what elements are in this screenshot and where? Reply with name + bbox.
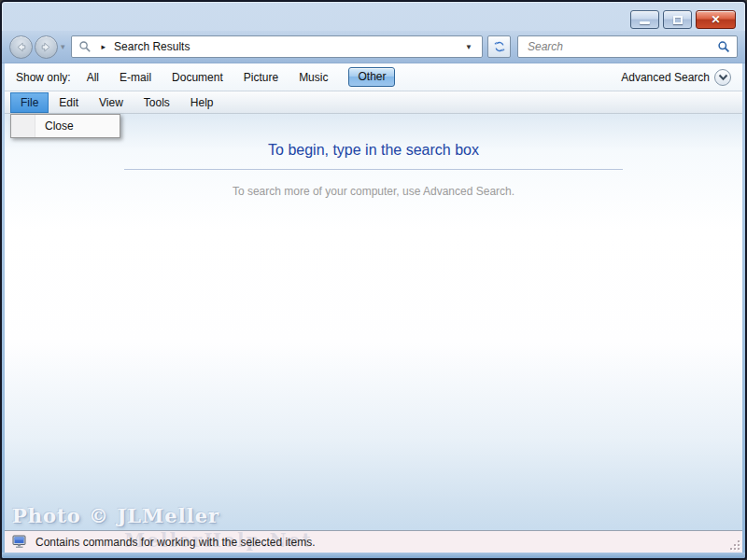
- filter-bar: Show only: All E-mail Document Picture M…: [5, 63, 742, 91]
- search-icon[interactable]: [717, 40, 731, 54]
- search-input[interactable]: [526, 39, 717, 54]
- forward-arrow-icon: [40, 41, 52, 53]
- search-location-icon: [78, 40, 92, 54]
- advanced-search-chevron-button[interactable]: [714, 69, 731, 86]
- address-bar[interactable]: ▸ Search Results ▼: [71, 35, 483, 58]
- navigation-bar: ▾ ▸ Search Results ▼: [2, 31, 745, 63]
- breadcrumb-arrow-icon: ▸: [102, 42, 106, 51]
- filter-document[interactable]: Document: [172, 71, 223, 84]
- filter-music[interactable]: Music: [299, 71, 328, 84]
- close-button[interactable]: ✕: [696, 10, 736, 29]
- show-only-label: Show only:: [16, 71, 71, 84]
- menu-item-close[interactable]: Close: [11, 115, 120, 137]
- menu-view[interactable]: View: [89, 92, 134, 113]
- refresh-button[interactable]: [487, 35, 511, 58]
- address-dropdown-icon[interactable]: ▼: [459, 43, 478, 51]
- window-controls: ✕: [630, 10, 736, 29]
- forward-button[interactable]: [35, 35, 58, 59]
- window-frame-right: [742, 63, 745, 553]
- heading-divider: [124, 169, 623, 170]
- advanced-search: Advanced Search: [621, 69, 731, 86]
- filter-other-selected[interactable]: Other: [348, 67, 395, 87]
- file-menu-dropdown: Close: [10, 114, 120, 138]
- menu-tools[interactable]: Tools: [134, 92, 180, 113]
- photo-watermark: Photo © JLMeller: [12, 504, 219, 527]
- close-icon: ✕: [711, 14, 720, 25]
- search-box: [517, 35, 738, 58]
- menu-help[interactable]: Help: [180, 92, 224, 113]
- filter-all[interactable]: All: [87, 71, 99, 84]
- advanced-search-label[interactable]: Advanced Search: [621, 71, 710, 84]
- status-bar: MellerHelp.Net Contains commands for wor…: [5, 530, 742, 553]
- menu-bar: File Edit View Tools Help: [5, 91, 742, 114]
- menu-file[interactable]: File: [10, 92, 49, 113]
- breadcrumb: Search Results: [114, 40, 459, 53]
- window-frame-bottom: [2, 553, 745, 558]
- window: ✕ ▾ ▸ Search Results ▼: [0, 0, 747, 560]
- title-bar: ✕: [2, 2, 745, 31]
- back-arrow-icon: [15, 41, 27, 53]
- maximize-icon: [673, 16, 683, 24]
- filter-email[interactable]: E-mail: [120, 71, 151, 84]
- minimize-icon: [640, 21, 650, 24]
- recent-pages-chevron-icon[interactable]: ▾: [61, 42, 65, 51]
- minimize-button[interactable]: [630, 10, 659, 29]
- menu-edit[interactable]: Edit: [49, 92, 89, 113]
- refresh-icon: [493, 40, 506, 53]
- status-message: Contains commands for working with the s…: [35, 536, 315, 549]
- maximize-button[interactable]: [663, 10, 692, 29]
- back-button[interactable]: [9, 35, 33, 59]
- content-area: To begin, type in the search box To sear…: [5, 114, 742, 530]
- computer-icon: [12, 535, 28, 549]
- chevron-down-icon: [718, 74, 728, 81]
- filter-picture[interactable]: Picture: [244, 71, 278, 84]
- content-subtext: To search more of your computer, use Adv…: [5, 185, 742, 198]
- client-area: Show only: All E-mail Document Picture M…: [5, 63, 742, 553]
- resize-grip[interactable]: [728, 539, 740, 550]
